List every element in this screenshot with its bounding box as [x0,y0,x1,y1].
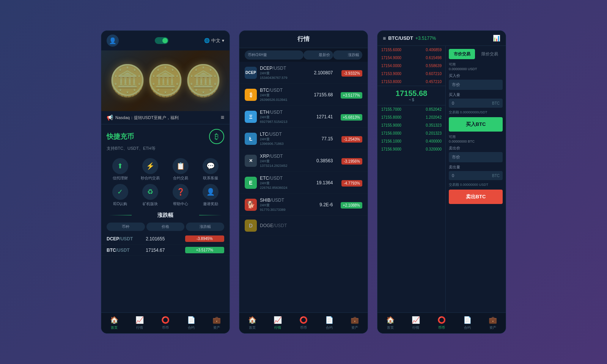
orderbook-row: 17155.6000 0.406859 [377,46,445,54]
buy-price-label: 买入价 [449,73,503,78]
coin-logo-shib: 🐕 [245,199,257,211]
orderbook: 17155.6000 0.406859 17154.9000 0.615498 … [377,46,446,312]
avatar[interactable]: 👤 [107,35,119,47]
th-latest-price: 最新价 [304,50,333,60]
sell-price-field[interactable]: 市价 [449,152,503,162]
change-badge-red: -3.8945% [185,235,224,242]
table-row[interactable]: BTC/USDT 17154.67 +3.5177% [101,245,230,256]
buy-price-field[interactable]: 市价 [449,80,503,90]
nav-market[interactable]: 📈 行情 [265,313,291,333]
orderbook-row: 17156.1000 0.400000 [377,137,445,145]
coin-icon: ⭕ [299,316,308,324]
nav-home[interactable]: 🏠 首页 [101,313,127,333]
notice-content: Nasdaq：提转USDT至账户，福利 [115,115,179,121]
nav-assets[interactable]: 💼 资产 [480,313,506,333]
current-price: 17155.68 ~ $ [377,86,445,105]
table-row[interactable]: Ξ ETH/USDT 24H量 6927987.5154213 1271.41 … [239,106,368,128]
tab-limit-order[interactable]: 限价交易 [476,49,503,59]
nav-contract[interactable]: 📄 合约 [316,313,342,333]
assets-icon: 💼 [351,316,359,324]
th-coin: 币种 [107,223,145,231]
screen-trading: ≡ BTC/USDT +3.5177% 📊 17155.6000 0.40685… [377,30,506,334]
market-icon: 📈 [412,316,420,324]
buy-fee: 交易额 0.00000000USDT [449,110,503,115]
market-section-title: 涨跌幅 [101,210,230,220]
sell-btc-button[interactable]: 卖出BTC [449,190,503,204]
change-badge: -3.1956% [341,158,362,165]
support-icon: 💬 [203,158,219,174]
orderbook-row: 17155.8000 1.202042 [377,113,445,121]
feature-icon-mining[interactable]: ♻ 矿机版块 [137,184,164,207]
home-icon: 🏠 [386,316,395,324]
nav-contract[interactable]: 📄 合约 [178,313,204,333]
nav-coin[interactable]: ⭕ 币币 [291,313,316,333]
change-badge: +3.5177% [341,92,362,99]
bitcoin-icon[interactable]: ₿ [209,129,224,144]
coin-icon: ⭕ [161,316,170,324]
bottom-nav: 🏠 首页 📈 行情 ⭕ 币币 📄 合约 💼 资产 [239,312,368,333]
assets-icon: 💼 [212,316,221,324]
coin-logo-etc: E [245,177,257,189]
coin-logo-btc: ₿ [245,89,257,101]
feature-icon-invite[interactable]: 👤 邀请奖励 [197,184,225,207]
nav-market[interactable]: 📈 行情 [127,313,153,333]
nav-market[interactable]: 📈 行情 [403,313,429,333]
buy-btc-button[interactable]: 买入BTC [449,117,503,132]
table-row[interactable]: 🐕 SHIB/USDT 24H量 91770.30173389 9.2E-6 +… [239,194,368,216]
coin-logo-ltc: Ł [245,133,257,145]
trading-pair: BTC/USDT [388,35,413,41]
contract-icon: 📋 [173,158,189,174]
nav-assets[interactable]: 💼 资产 [204,313,230,333]
orderbook-row: 17153.8000 0.457210 [377,78,445,86]
coin-logo-doge: D [245,220,257,232]
nav-home[interactable]: 🏠 首页 [239,313,265,333]
feature-icon-ieo[interactable]: ✓ IEO认购 [107,184,134,207]
nav-home[interactable]: 🏠 首页 [377,313,403,333]
table-row[interactable]: DCEP DCEP/USDT 24H量 15340436767.579 2.10… [239,62,368,84]
coin-logo-dcep: DCEP [245,67,257,79]
buy-qty-field[interactable]: 0 BTC [449,99,503,108]
sell-qty-label: 卖出量 [449,165,503,170]
feature-icon-contract[interactable]: 📋 合约交易 [167,158,194,181]
coin-logo-xrp: ✕ [245,155,257,167]
th-coin-volume: 币种/24H量 [245,50,304,60]
table-row[interactable]: E ETC/USDT 24H量 226762.85636024 19.1364 … [239,172,368,194]
market-table-header: 币种/24H量 最新价 涨跌幅 [239,48,368,62]
menu-icon[interactable]: ≡ [221,114,224,121]
quick-charge-subtitle: 支持BTC、USDT、ETH等 [101,146,230,155]
chart-icon[interactable]: 📊 [493,35,500,42]
feature-icon-trust[interactable]: ⬆ 信托理财 [107,158,134,181]
table-row[interactable]: ₿ BTC/USDT 24H量 26396526.013941 17155.68… [239,84,368,106]
chevron-down-icon: ▾ [222,38,224,43]
language-selector[interactable]: 🌐 中文 ▾ [204,38,224,44]
home-header: 👤 🌐 中文 ▾ [101,31,230,50]
speaker-icon: 📢 [107,115,113,121]
screen-market: 行情 币种/24H量 最新价 涨跌幅 DCEP DCEP/USDT 24H量 1… [239,30,368,334]
notice-text: 📢 Nasdaq：提转USDT至账户，福利 [107,115,179,121]
tab-market-order[interactable]: 市价交易 [449,49,475,59]
market-screen-title: 行情 [239,31,368,48]
menu-lines-icon: ≡ [383,35,386,41]
change-badge: -1.2543% [341,136,362,143]
hero-banner: 🪙🪙🪙 [101,50,230,111]
trust-icon: ⬆ [112,158,128,174]
table-row[interactable]: DCEP/USDT 2.101655 -3.8945% [101,233,230,245]
trading-body: 17155.6000 0.406859 17154.9000 0.615498 … [377,46,506,312]
nav-coin[interactable]: ⭕ 币币 [429,313,454,333]
feature-icon-flash-contract[interactable]: ⚡ 秒合约交易 [137,158,164,181]
feature-icons-grid: ⬆ 信托理财 ⚡ 秒合约交易 📋 合约交易 💬 联系客服 ✓ IEO认购 ♻ 矿 [101,155,230,210]
nav-assets[interactable]: 💼 资产 [342,313,368,333]
screens-container: 👤 🌐 中文 ▾ 🪙🪙🪙 📢 Nasdaq：提转USDT至账户，福利 ≡ [101,30,506,334]
sell-qty-field[interactable]: 0 BTC [449,171,503,180]
feature-icon-help[interactable]: ❓ 帮助中心 [167,184,194,207]
theme-toggle[interactable] [155,37,168,44]
mining-icon: ♻ [142,184,158,200]
lang-label: 中文 [211,38,220,44]
nav-coin[interactable]: ⭕ 币币 [153,313,178,333]
nav-contract[interactable]: 📄 合约 [454,313,480,333]
feature-icon-support[interactable]: 💬 联系客服 [197,158,225,181]
table-row[interactable]: ✕ XRP/USDT 24H量 1373214.2923452 0.38563 … [239,150,368,172]
table-row[interactable]: D DOGE/USDT [239,216,368,236]
table-row[interactable]: Ł LTC/USDT 24H量 1396906.71863 77.15 -1.2… [239,128,368,150]
trading-header: ≡ BTC/USDT +3.5177% 📊 [377,31,506,46]
